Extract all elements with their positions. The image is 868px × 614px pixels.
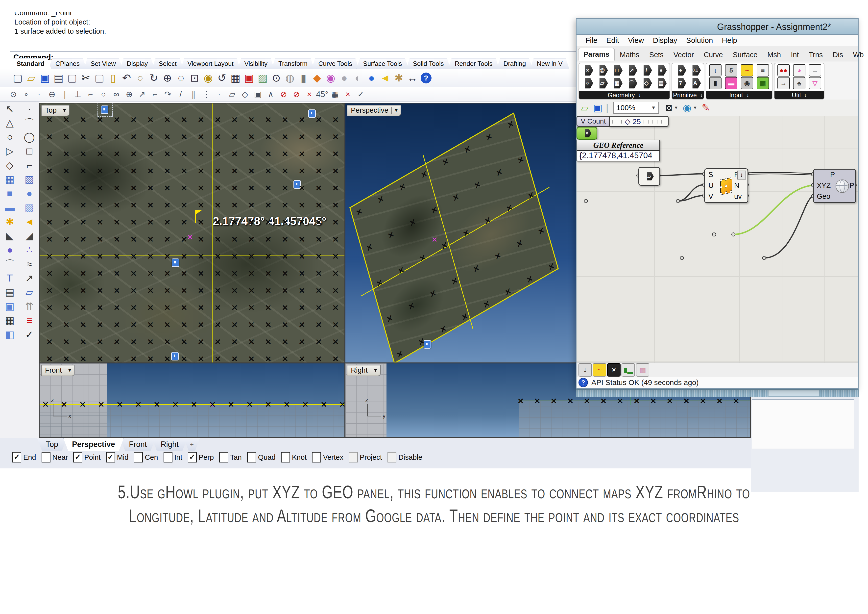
chevron-down-icon[interactable]: ↓ bbox=[804, 92, 807, 98]
gh-tab-vector[interactable]: Vector bbox=[668, 49, 699, 61]
palette-icon[interactable]: ▽ bbox=[809, 77, 821, 89]
osnap-item-int[interactable]: Int bbox=[164, 452, 182, 462]
open-file-icon[interactable]: ▱ bbox=[581, 102, 589, 113]
osnap-item-point[interactable]: ✓Point bbox=[73, 452, 101, 462]
osnap-checkbox[interactable]: ✓ bbox=[12, 452, 21, 462]
gh-tab-msh[interactable]: Msh bbox=[763, 49, 786, 61]
osnap-item-vertex[interactable]: Vertex bbox=[312, 452, 343, 462]
viewport-front-label[interactable]: Front ▼ bbox=[41, 365, 74, 376]
osnap-item-disable[interactable]: Disable bbox=[388, 452, 422, 462]
rhino-tool-icon[interactable]: ∘ bbox=[20, 89, 33, 100]
rhino-tool-icon[interactable]: ◄ bbox=[378, 71, 392, 85]
param-hex-icon[interactable]: × bbox=[607, 363, 620, 376]
toolbar-tab-surface-tools[interactable]: Surface Tools bbox=[356, 58, 409, 69]
rhino-tool-icon[interactable]: ⊕ bbox=[161, 71, 174, 85]
rhino-tool-icon[interactable]: ◐ bbox=[351, 71, 365, 85]
rhino-tool-icon[interactable]: ⊥ bbox=[71, 89, 84, 100]
osnap-checkbox[interactable]: ✓ bbox=[188, 452, 197, 462]
osnap-checkbox[interactable] bbox=[42, 452, 51, 462]
toolbar-tab-display[interactable]: Display bbox=[120, 58, 154, 69]
download-output-icon[interactable]: ↓ bbox=[737, 171, 746, 179]
sidebar-tool-icon[interactable]: ✱ bbox=[2, 215, 17, 228]
sidebar-tool-icon[interactable]: ⌒ bbox=[22, 117, 37, 129]
toolbar-tab-visibility[interactable]: Visibility bbox=[238, 58, 274, 69]
gh-tab-params[interactable]: Params bbox=[578, 48, 615, 61]
sidebar-tool-icon[interactable]: ◣ bbox=[2, 229, 17, 242]
palette-icon[interactable]: ≡ bbox=[756, 64, 769, 76]
sidebar-tool-icon[interactable]: ▤ bbox=[2, 286, 17, 298]
rhino-tool-icon[interactable]: ∞ bbox=[110, 89, 123, 100]
gh-tab-dis[interactable]: Dis bbox=[828, 49, 848, 61]
sidebar-tool-icon[interactable]: ▱ bbox=[22, 286, 37, 298]
rhino-tool-icon[interactable]: ○ bbox=[97, 89, 110, 100]
sidebar-tool-icon[interactable]: ● bbox=[22, 187, 37, 200]
palette-icon[interactable]: → bbox=[809, 64, 821, 76]
osnap-item-quad[interactable]: Quad bbox=[247, 452, 276, 462]
rhino-tool-icon[interactable]: ? bbox=[421, 73, 431, 84]
gh-tab-sets[interactable]: Sets bbox=[644, 49, 668, 61]
sidebar-tool-icon[interactable]: ◢ bbox=[22, 229, 37, 242]
gh-tab-int[interactable]: Int bbox=[786, 49, 804, 61]
osnap-checkbox[interactable] bbox=[388, 452, 397, 462]
rhino-tool-icon[interactable]: ◉ bbox=[324, 71, 338, 85]
palette-icon[interactable]: 0.1 bbox=[690, 65, 701, 76]
rhino-tool-icon[interactable]: ▨ bbox=[256, 71, 270, 85]
surface-param-node[interactable]: ▱ bbox=[639, 167, 660, 186]
palette-icon[interactable]: ◉ bbox=[741, 77, 753, 89]
osnap-checkbox[interactable] bbox=[164, 452, 172, 462]
rhino-tool-icon[interactable]: 45° bbox=[316, 89, 329, 100]
grid-table-icon[interactable]: ▦ bbox=[636, 363, 649, 376]
chevron-down-icon[interactable]: ▼ bbox=[370, 367, 380, 375]
viewport-tab-top[interactable]: Top bbox=[37, 438, 67, 451]
rhino-tool-icon[interactable]: · bbox=[213, 89, 226, 100]
palette-icon[interactable]: ▦ bbox=[756, 77, 769, 89]
osnap-item-end[interactable]: ✓End bbox=[12, 452, 36, 462]
toolbar-tab-select[interactable]: Select bbox=[152, 58, 183, 69]
palette-icon[interactable]: ⌒ bbox=[626, 78, 637, 89]
sidebar-tool-icon[interactable]: ▦ bbox=[2, 173, 17, 186]
palette-icon[interactable]: ▬ bbox=[725, 77, 737, 89]
palette-icon[interactable]: / bbox=[641, 65, 652, 76]
zoom-dropdown[interactable]: 100% ▼ bbox=[614, 102, 659, 113]
osnap-item-mid[interactable]: ✓Mid bbox=[106, 452, 129, 462]
sidebar-tool-icon[interactable]: · bbox=[22, 102, 37, 115]
gh-menu-display[interactable]: Display bbox=[653, 36, 677, 45]
rhino-tool-icon[interactable]: ▯ bbox=[106, 71, 120, 85]
viewport-tab-front[interactable]: Front bbox=[120, 438, 155, 451]
sidebar-tool-icon[interactable]: T bbox=[2, 272, 17, 284]
sidebar-tool-icon[interactable]: ◧ bbox=[2, 328, 17, 341]
palette-icon[interactable]: ●● bbox=[777, 64, 790, 76]
rhino-tool-icon[interactable]: ⊙ bbox=[7, 89, 20, 100]
rhino-tool-icon[interactable]: ⊡ bbox=[188, 71, 202, 85]
palette-icon[interactable]: ↓ bbox=[709, 64, 722, 76]
rhino-tool-icon[interactable]: ↶ bbox=[120, 71, 133, 85]
rhino-tool-icon[interactable]: ↷ bbox=[161, 89, 174, 100]
command-history-panel[interactable]: Command: _Point Location of point object… bbox=[10, 12, 577, 54]
osnap-item-tan[interactable]: Tan bbox=[219, 452, 242, 462]
sidebar-tool-icon[interactable]: ≡ bbox=[22, 314, 37, 327]
palette-icon[interactable]: □ bbox=[611, 65, 623, 76]
sidebar-tool-icon[interactable]: ⇈ bbox=[22, 300, 37, 313]
preview-eye-icon[interactable]: ◉ bbox=[683, 102, 691, 113]
osnap-checkbox[interactable] bbox=[281, 452, 290, 462]
toolbar-tab-viewport-layout[interactable]: Viewport Layout bbox=[181, 58, 240, 69]
rhino-tool-icon[interactable]: ▣ bbox=[242, 71, 256, 85]
viewport-perspective-label[interactable]: Perspective ▼ bbox=[347, 105, 401, 116]
toolbar-tab-cplanes[interactable]: CPlanes bbox=[49, 58, 86, 69]
rhino-tool-icon[interactable]: ▢ bbox=[65, 71, 79, 85]
sidebar-tool-icon[interactable]: △ bbox=[2, 117, 17, 129]
gh-menu-view[interactable]: View bbox=[628, 36, 644, 45]
rhino-tool-icon[interactable]: ▱ bbox=[25, 71, 38, 85]
divide-surface-node[interactable]: S U V P N uv ↓ bbox=[704, 168, 748, 203]
rhino-tool-icon[interactable]: ⌐ bbox=[149, 89, 161, 100]
rhino-tool-icon[interactable]: ▣ bbox=[251, 89, 264, 100]
viewport-top-label[interactable]: Top ▼ bbox=[41, 105, 70, 116]
osnap-checkbox[interactable] bbox=[247, 452, 256, 462]
gh-menu-help[interactable]: Help bbox=[722, 36, 737, 45]
rhino-tool-icon[interactable]: × bbox=[303, 89, 316, 100]
graph-mapper-icon[interactable]: ~ bbox=[593, 363, 606, 376]
grasshopper-canvas[interactable]: ▱ S U V P N uv ↓ V Count bbox=[577, 116, 858, 362]
palette-icon[interactable]: ▤ bbox=[656, 78, 667, 89]
palette-icon[interactable]: ● bbox=[675, 65, 686, 76]
sidebar-tool-icon[interactable]: ◯ bbox=[22, 131, 37, 143]
